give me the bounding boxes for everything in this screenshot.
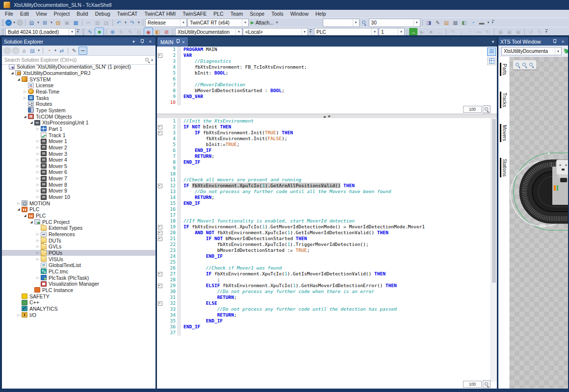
tab-close-icon[interactable]: × [182, 40, 184, 45]
scrollbar-thumb[interactable] [492, 119, 496, 283]
tc-window-icon[interactable]: ▤ [442, 19, 451, 26]
redo-icon[interactable]: ↷ [128, 19, 136, 26]
expand-arrow-icon[interactable] [35, 176, 40, 180]
expand-arrow-icon[interactable] [35, 170, 40, 174]
code-line[interactable]: 7 //MoverIdDetection [157, 82, 497, 88]
solution-explorer-header[interactable]: Solution Explorer ▾ × [2, 37, 155, 46]
plc-instance-combo[interactable]: 1 [379, 28, 405, 36]
tab-main[interactable]: MAIN × [157, 37, 188, 47]
se-home-icon[interactable]: ⌂ [20, 47, 28, 54]
collapse-arrow-icon[interactable] [23, 115, 27, 119]
code-line[interactable]: 28 ; [157, 277, 497, 283]
tree-item-plc[interactable]: PLC [2, 213, 155, 219]
tree-item-license[interactable]: License [2, 82, 155, 89]
se-sync-selection-icon[interactable]: ⇄ [58, 47, 66, 54]
new-project-icon-caret-icon[interactable] [36, 19, 40, 26]
xts-tab-movers[interactable]: Movers [500, 124, 508, 142]
tree-item-pous[interactable]: POUs [2, 250, 155, 256]
active-project-combo[interactable]: XtsUtilityDocumentation [175, 28, 242, 36]
toolbar-grip[interactable] [2, 20, 4, 26]
code-line[interactable]: 6 END_IF [157, 147, 497, 153]
tree-item-motion[interactable]: MOTION [2, 200, 155, 206]
tree-item-mover-5[interactable]: Mover 5 [2, 163, 155, 170]
step-out-icon[interactable]: ↑ [466, 28, 474, 36]
tree-item-analytics[interactable]: ANALYTICS [2, 306, 155, 312]
code-line[interactable]: 19IF fbXtsEnvironment.XpuTcIo(1).GetMove… [157, 224, 497, 230]
xts-project-combo[interactable]: XtsUtilityDocumenta [501, 47, 562, 55]
code-line[interactable]: 10 [157, 171, 497, 177]
collapse-arrow-icon[interactable] [29, 220, 34, 224]
expand-arrow-icon[interactable] [23, 90, 27, 94]
code-line[interactable]: 5 bInit:=TRUE; [157, 142, 497, 147]
tab-pin-icon[interactable] [176, 39, 180, 45]
unforce-values-icon[interactable]: ▣ [514, 28, 522, 36]
tree-item-type-system[interactable]: Type System [2, 107, 155, 114]
expand-arrow-icon[interactable] [35, 158, 40, 162]
tree-item-plctask-plctask[interactable]: PlcTask (PlcTask) [2, 274, 155, 281]
splitter-down-icon[interactable] [328, 116, 331, 118]
menu-item-view[interactable]: View [32, 10, 51, 17]
tree-item-mover-10[interactable]: Mover 10 [2, 194, 155, 200]
xts-tab-parts[interactable]: Parts [500, 63, 508, 76]
zoom-fit-icon[interactable] [515, 62, 520, 68]
menu-item-team[interactable]: Team [227, 10, 247, 17]
fold-button[interactable] [157, 124, 163, 130]
expand-arrow-icon[interactable] [35, 257, 40, 261]
display-mode-icon[interactable]: ↻ [536, 28, 544, 36]
flow-control-icon[interactable]: ↺ [527, 28, 535, 36]
expand-arrow-icon[interactable] [35, 195, 40, 199]
tree-item-references[interactable]: References [2, 231, 155, 238]
se-preview-icon[interactable]: ─ [78, 47, 87, 55]
find-combo[interactable] [323, 19, 360, 27]
tree-item-plc-tmc[interactable]: PLC.tmc [2, 269, 155, 275]
xts-tab-stations[interactable]: Stations [500, 158, 508, 177]
code-line[interactable]: 16 [157, 206, 497, 212]
fold-button[interactable] [157, 230, 163, 236]
tree-item-i-o[interactable]: I/O [2, 312, 155, 318]
code-line[interactable]: 10 [157, 99, 497, 105]
tree-item-part-1[interactable]: Part 1 [2, 126, 155, 132]
console-icon-caret-icon[interactable] [487, 19, 491, 26]
expand-arrow-icon[interactable] [35, 232, 40, 236]
code-line[interactable]: 15END_IF [157, 200, 497, 206]
tree-item-tccom-objects[interactable]: TcCOM Objects [2, 113, 155, 120]
tree-item-plc-instance[interactable]: PLC Instance [2, 287, 155, 294]
xts-canvas[interactable] [510, 57, 568, 389]
step-over-icon[interactable]: ↷ [448, 28, 457, 36]
search-input[interactable] [3, 57, 145, 63]
expand-arrow-icon[interactable] [35, 251, 40, 255]
menu-item-scope[interactable]: Scope [246, 10, 268, 17]
tree-item-mover-3[interactable]: Mover 3 [2, 150, 155, 157]
open-folder-icon[interactable]: ▨ [54, 19, 62, 26]
single-cycle-icon[interactable]: ↻ [484, 28, 492, 36]
code-line[interactable]: 4 fbXtsEnvironment: FB_TcIoXtsEnvironmen… [157, 64, 497, 70]
code-line[interactable]: 14 RETURN; [157, 195, 497, 200]
tc-stop-icon[interactable]: ⊘ [162, 28, 171, 36]
tree-item-mover-1[interactable]: Mover 1 [2, 138, 155, 145]
run-to-cursor-icon[interactable]: ↦ [475, 28, 483, 36]
back-icon-caret-icon[interactable] [12, 19, 16, 26]
tree-item-xtsutilitydocumentation-prj[interactable]: XtsUtilityDocumentation_PRJ [2, 70, 155, 76]
zoom-icon[interactable] [529, 62, 534, 68]
code-line[interactable]: 8END_IF [157, 159, 497, 165]
se-back-icon[interactable]: ← [3, 47, 11, 54]
close-icon[interactable]: × [560, 38, 566, 45]
fold-button[interactable] [157, 130, 163, 136]
se-forward-icon[interactable]: → [12, 47, 20, 54]
menu-item-tools[interactable]: Tools [268, 10, 287, 17]
expand-arrow-icon[interactable] [35, 189, 40, 193]
expand-arrow-icon[interactable] [35, 127, 40, 131]
code-line[interactable]: 9 [157, 165, 497, 171]
tree-item-mover-9[interactable]: Mover 9 [2, 188, 155, 194]
redo-icon-caret-icon[interactable] [137, 19, 141, 26]
textual-view-button[interactable] [487, 48, 496, 56]
toolbar-grip[interactable] [82, 29, 84, 35]
scope-icon[interactable]: ◔ [469, 19, 477, 26]
plc-project-combo[interactable]: PLC [314, 28, 378, 36]
write-values-icon[interactable]: ▣ [496, 28, 505, 36]
code-line[interactable]: 21 IF NOT bMoverIdDetectionStarted THEN [157, 236, 497, 242]
menu-item-build[interactable]: Build [73, 10, 91, 17]
collapse-arrow-icon[interactable] [16, 207, 21, 211]
tree-item-globaltextlist[interactable]: GlobalTextList [2, 262, 155, 269]
collapse-arrow-icon[interactable] [23, 214, 27, 218]
